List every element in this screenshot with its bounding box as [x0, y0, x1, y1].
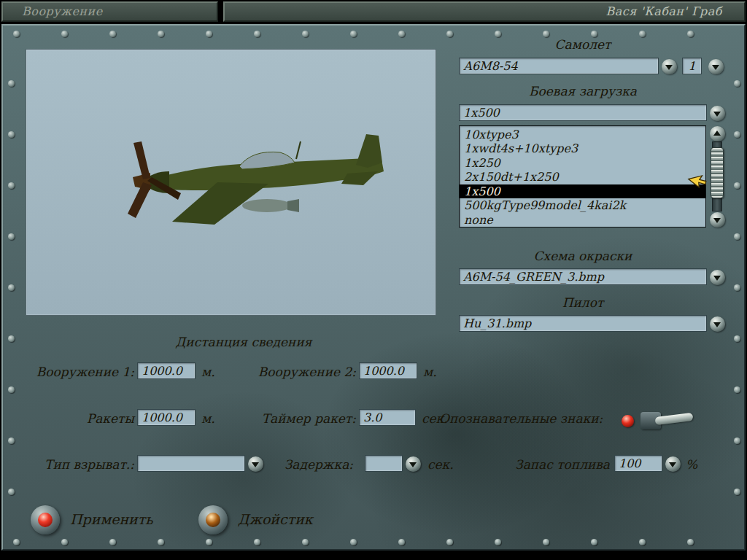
chevron-down-icon — [710, 106, 725, 121]
rivet-icon — [350, 31, 357, 37]
pilot-dropdown-arrow[interactable] — [708, 315, 726, 332]
rivet-icon — [446, 31, 453, 37]
loadout-section-label: Боевая загрузка — [459, 84, 707, 98]
rivet-icon — [734, 233, 740, 240]
rivet-icon — [734, 182, 740, 189]
rocket-timer-input[interactable] — [359, 409, 416, 426]
pilot-select-value: Hu_31.bmp — [463, 316, 531, 330]
joystick-button-light — [206, 513, 220, 527]
delay-label: Задержка: — [271, 457, 353, 472]
rivet-icon — [591, 539, 597, 545]
rivet-icon — [398, 539, 405, 545]
fuel-unit: % — [686, 457, 697, 472]
loadout-dropdown-arrow[interactable] — [708, 104, 726, 122]
scroll-down-button[interactable] — [708, 211, 726, 228]
rivet-icon — [591, 31, 597, 37]
delay-input[interactable] — [365, 455, 403, 472]
loadout-select-value: 1x500 — [463, 106, 500, 120]
rivet-icon — [206, 539, 212, 545]
rivet-icon — [109, 539, 116, 545]
rivet-icon — [8, 489, 15, 495]
markings-label: Опознавательные знаки: — [439, 411, 603, 426]
rockets-unit: м. — [201, 411, 215, 426]
list-item-selected[interactable]: 1x500 — [460, 184, 705, 198]
main-panel: Самолет А6М8-54 1 Боевая загрузка 1x500 … — [1, 24, 746, 551]
loadout-select[interactable]: 1x500 — [459, 104, 707, 121]
apply-button-label: Применить — [70, 511, 153, 527]
rivet-icon — [8, 131, 15, 138]
list-item[interactable]: none — [460, 213, 705, 227]
rivet-icon — [446, 539, 453, 545]
rivet-icon — [687, 31, 694, 37]
list-item[interactable]: 10xtype3 — [460, 128, 705, 141]
list-item[interactable]: 1xwdt4s+10xtype3 — [460, 141, 705, 155]
fuel-input[interactable] — [614, 455, 662, 472]
weapon1-unit: м. — [201, 365, 215, 379]
list-item[interactable]: 2x150dt+1x250 — [460, 170, 705, 184]
loadout-listbox: 10xtype3 1xwdt4s+10xtype3 1x250 2x150dt+… — [459, 125, 706, 228]
weapon2-unit: м. — [423, 365, 437, 379]
rivet-icon — [350, 539, 357, 545]
rivet-icon — [8, 386, 15, 393]
rivet-icon — [61, 539, 68, 545]
chevron-up-icon — [710, 126, 725, 141]
chevron-down-icon — [710, 270, 725, 285]
aircraft-count-value: 1 — [688, 59, 695, 73]
aircraft-preview — [26, 49, 436, 316]
list-item[interactable]: 1x250 — [460, 156, 705, 170]
convergence-title: Дистанция сведения — [98, 335, 390, 349]
markings-toggle[interactable] — [613, 403, 697, 440]
rivet-icon — [398, 31, 405, 37]
rivet-icon — [302, 539, 309, 545]
rivet-icon — [495, 539, 501, 545]
rivet-icon — [8, 438, 15, 444]
screen-title: Вооружение — [22, 4, 103, 18]
rivet-icon — [8, 233, 15, 240]
chevron-down-icon — [710, 212, 725, 228]
chevron-down-icon — [708, 59, 724, 74]
apply-button[interactable] — [31, 505, 60, 534]
weapon1-label: Вооружение 1: — [23, 365, 134, 379]
weapon2-input[interactable] — [359, 362, 417, 379]
rivet-icon — [687, 539, 694, 545]
paint-dropdown-arrow[interactable] — [708, 268, 726, 286]
rivet-icon — [302, 31, 309, 37]
list-item[interactable]: 500kgType99model_4kai2k — [460, 198, 705, 212]
rivet-icon — [109, 31, 116, 37]
rockets-label: Ракеты — [23, 411, 134, 426]
chevron-down-icon — [248, 456, 263, 472]
fuel-label: Запас топлива — [481, 457, 610, 472]
rockets-input[interactable] — [137, 409, 196, 426]
joystick-button-label: Джойстик — [238, 511, 313, 527]
delay-arrow[interactable] — [404, 455, 422, 472]
scrollbar-thumb[interactable] — [711, 147, 724, 198]
delay-unit: сек. — [427, 457, 454, 472]
rivet-icon — [543, 539, 549, 545]
paint-select-value: A6M-54_GREEN_3.bmp — [463, 270, 604, 284]
aircraft-count-field[interactable]: 1 — [682, 58, 702, 74]
header-player-bar: Вася 'Кабан' Граб — [223, 1, 746, 22]
paint-select[interactable]: A6M-54_GREEN_3.bmp — [459, 268, 707, 285]
joystick-button[interactable] — [198, 505, 228, 534]
aircraft-select[interactable]: А6М8-54 — [459, 58, 659, 74]
rivet-icon — [13, 31, 20, 37]
weapon2-label: Вооружение 2: — [247, 365, 356, 379]
weapon1-input[interactable] — [137, 362, 196, 379]
pilot-section-label: Пилот — [459, 295, 707, 310]
rivet-icon — [495, 31, 501, 37]
fuze-type-select[interactable] — [137, 455, 245, 472]
rivet-icon — [734, 284, 740, 291]
toggle-red-button[interactable] — [622, 415, 634, 427]
fuze-type-arrow[interactable] — [247, 455, 264, 472]
aircraft-select-value: А6М8-54 — [463, 59, 518, 73]
aircraft-count-arrow[interactable] — [707, 58, 724, 75]
aircraft-dropdown-arrow[interactable] — [660, 58, 678, 75]
fuel-arrow[interactable] — [664, 455, 681, 472]
rivet-icon — [734, 335, 740, 342]
rivet-icon — [254, 539, 260, 545]
pilot-select[interactable]: Hu_31.bmp — [459, 315, 707, 332]
rivet-icon — [734, 131, 740, 138]
rivet-icon — [543, 31, 549, 37]
scroll-up-button[interactable] — [708, 125, 726, 142]
rivet-icon — [158, 539, 164, 545]
